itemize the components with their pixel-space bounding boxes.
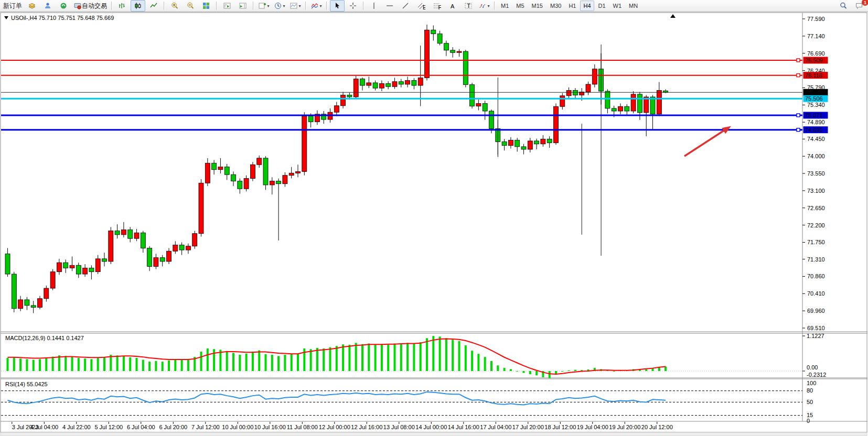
timeframe-button-m15[interactable]: M15 — [529, 1, 546, 11]
search-icon — [839, 2, 848, 10]
caret-down-icon: ▾ — [267, 4, 269, 8]
candlestick — [192, 231, 197, 249]
profiles-clock-icon — [274, 2, 282, 10]
bar-chart-icon[interactable] — [115, 0, 130, 12]
macd-histogram-bar — [142, 360, 144, 371]
macd-histogram-bar — [129, 357, 131, 371]
macd-histogram-bar — [497, 365, 499, 371]
tile-windows-icon — [202, 2, 210, 10]
date-tick-label: 4 Jul 22:00 — [62, 424, 91, 430]
line-handle[interactable] — [797, 59, 800, 62]
macd-histogram-bar — [232, 353, 234, 371]
auto-scroll-icon[interactable] — [220, 0, 234, 12]
macd-histogram-bar — [78, 358, 80, 371]
macd-histogram-bar — [549, 371, 551, 378]
vertical-line-icon[interactable] — [367, 0, 381, 12]
text-icon[interactable]: A — [445, 0, 460, 12]
timeframe-button-m1[interactable]: M1 — [498, 1, 512, 11]
autotrading-icon — [73, 2, 82, 10]
zoom-out-icon[interactable] — [183, 0, 198, 12]
macd-histogram-bar — [348, 345, 350, 371]
timeframe-button-m30[interactable]: M30 — [547, 1, 564, 11]
macd-histogram-bar — [484, 357, 486, 371]
candlestick — [50, 269, 55, 290]
new-chart-icon — [258, 2, 266, 10]
price-tick-label: 73.550 — [807, 170, 825, 177]
macd-histogram-bar — [252, 352, 254, 371]
date-tick-label: 6 Jul 20:00 — [159, 424, 187, 430]
candlestick — [12, 272, 16, 312]
timeframe-button-h4[interactable]: H4 — [580, 1, 594, 11]
cursor-icon[interactable] — [330, 0, 345, 12]
macd-histogram-bar — [65, 356, 67, 371]
date-tick-label: 12 Jul 16:00 — [351, 424, 382, 430]
timeframe-button-m5[interactable]: M5 — [513, 1, 527, 11]
price-tick-label: 69.510 — [807, 325, 825, 331]
label-icon[interactable]: T — [461, 0, 476, 12]
rsi-axis-label: 50 — [807, 399, 813, 405]
zoom-in-icon[interactable] — [167, 0, 182, 12]
bottom-gutter — [1, 432, 867, 436]
macd-histogram-bar — [265, 354, 267, 371]
line-handle[interactable] — [797, 74, 800, 77]
label-icon: T — [464, 2, 473, 10]
account-icon[interactable] — [40, 0, 55, 12]
macd-histogram-bar — [226, 351, 228, 371]
profiles-clock-icon[interactable]: ▾ — [272, 0, 287, 12]
funds-icon — [28, 2, 36, 10]
tile-windows-icon[interactable] — [199, 0, 213, 12]
search-button[interactable] — [836, 0, 851, 12]
template-icon[interactable]: ▾ — [288, 0, 303, 12]
zoom-in-icon — [170, 2, 179, 10]
notifications-button[interactable]: 1 — [852, 0, 866, 12]
chart-canvas[interactable]: 77.59077.14076.69076.24075.79075.34074.8… — [0, 12, 868, 436]
date-tick-label: 7 Jul 12:00 — [191, 424, 220, 430]
timeframe-button-w1[interactable]: W1 — [610, 1, 625, 11]
new-order-button[interactable]: 新订单 — [2, 0, 24, 12]
line-handle[interactable] — [797, 114, 800, 117]
market-icon[interactable] — [56, 0, 71, 12]
indicators-icon[interactable]: ▾ — [309, 0, 324, 12]
timeframe-button-h1[interactable]: H1 — [565, 1, 579, 11]
price-level-value: 74.691 — [805, 127, 823, 133]
price-tick-label: 70.410 — [807, 290, 825, 297]
crosshair-icon — [349, 2, 357, 10]
macd-histogram-bar — [432, 336, 434, 371]
channel-icon[interactable]: E — [414, 0, 428, 12]
timeframe-button-d1[interactable]: D1 — [595, 1, 609, 11]
price-tick-label: 69.960 — [807, 308, 825, 314]
timeframe-button-mn[interactable]: MN — [626, 1, 641, 11]
new-chart-icon[interactable]: ▾ — [256, 0, 271, 12]
macd-histogram-bar — [516, 371, 518, 372]
macd-histogram-bar — [426, 338, 428, 371]
price-level-value: 75.506 — [805, 95, 823, 102]
line-handle[interactable] — [797, 128, 800, 132]
date-tick-label: 5 Jul 12:00 — [94, 424, 123, 430]
macd-histogram-bar — [97, 358, 99, 371]
funds-icon[interactable] — [25, 0, 39, 12]
candlestick-icon[interactable] — [131, 0, 145, 12]
arrows-icon[interactable]: ▾ — [477, 0, 491, 12]
autotrading-button[interactable]: 自动交易 — [72, 0, 109, 12]
macd-histogram-bar — [52, 357, 54, 371]
macd-histogram-bar — [219, 350, 221, 371]
chart-shift-icon[interactable] — [235, 0, 250, 12]
fibonacci-icon[interactable]: F — [430, 0, 444, 12]
svg-text:A: A — [451, 3, 455, 9]
date-tick-label: 10 Jul 00:00 — [222, 424, 253, 430]
macd-histogram-bar — [471, 351, 473, 371]
candlestick — [250, 162, 255, 181]
macd-histogram-bar — [39, 359, 41, 371]
macd-histogram-bar — [445, 338, 447, 371]
market-icon — [59, 2, 68, 10]
price-level-value: 75.071 — [805, 112, 823, 118]
date-tick-label: 11 Jul 08:00 — [287, 424, 318, 430]
line-chart-icon[interactable] — [146, 0, 161, 12]
chart-window[interactable]: 77.59077.14076.69076.24075.79075.34074.8… — [0, 12, 868, 436]
horizontal-line-icon[interactable] — [382, 0, 397, 12]
crosshair-icon[interactable] — [346, 0, 360, 12]
trendline-icon[interactable] — [398, 0, 413, 12]
macd-histogram-bar — [381, 344, 383, 371]
macd-histogram-bar — [355, 343, 357, 371]
macd-histogram-bar — [374, 345, 377, 371]
